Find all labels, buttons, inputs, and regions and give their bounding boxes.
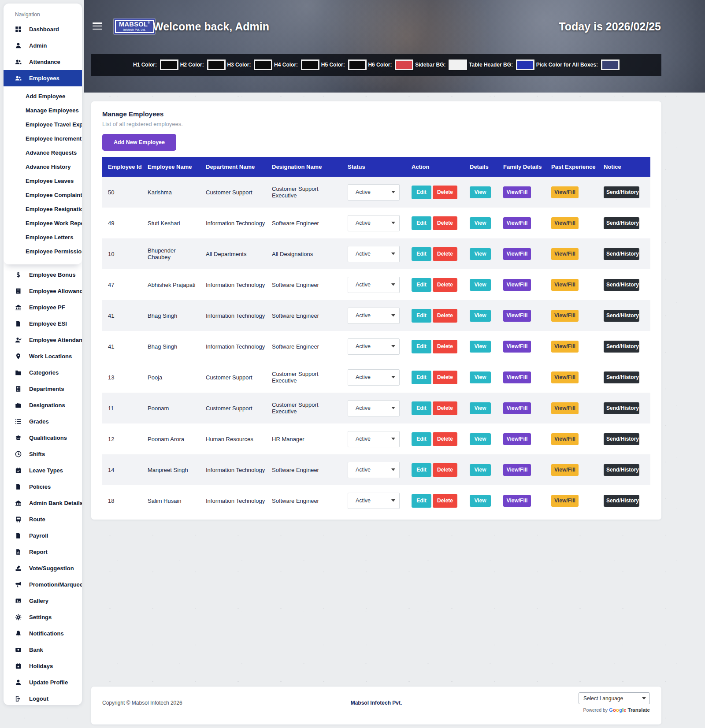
past-experience-view-fill-button[interactable]: View/Fill [551,248,579,260]
sidebar-item-settings[interactable]: Settings [4,609,82,625]
send-history-button[interactable]: Send/History [604,217,639,229]
sidebar-item-dashboard[interactable]: Dashboard [4,21,82,37]
sidebar-item-update-profile[interactable]: Update Profile [4,674,82,691]
send-history-button[interactable]: Send/History [604,495,639,507]
past-experience-view-fill-button[interactable]: View/Fill [551,371,579,383]
sidebar-item-admin-bank-details[interactable]: Admin Bank Details [4,495,82,511]
send-history-button[interactable]: Send/History [604,248,639,260]
sidebar-item-payroll[interactable]: Payroll [4,527,82,544]
color-swatch-h5-color[interactable] [348,59,367,70]
past-experience-view-fill-button[interactable]: View/Fill [551,310,579,322]
sidebar-item-employees[interactable]: Employees [4,70,82,86]
status-select[interactable]: Active [348,369,400,386]
delete-button[interactable]: Delete [433,432,457,446]
sidebar-item-route[interactable]: Route [4,511,82,527]
edit-button[interactable]: Edit [412,216,431,230]
family-view-fill-button[interactable]: View/Fill [503,248,531,260]
status-select[interactable]: Active [348,277,400,293]
sidebar-item-notifications[interactable]: Notifications [4,625,82,642]
color-swatch-sidebar-bg[interactable] [449,59,467,70]
sidebar-item-employee-attendance[interactable]: Employee Attendance [4,332,82,348]
send-history-button[interactable]: Send/History [604,341,639,353]
view-details-button[interactable]: View [470,310,491,322]
status-select[interactable]: Active [348,246,400,262]
sidebar-item-employee-pf[interactable]: Employee PF [4,299,82,316]
sidebar-item-qualifications[interactable]: Qualifications [4,430,82,446]
submenu-item-employee-increment[interactable]: Employee Increment [4,131,82,145]
sidebar-item-attendance[interactable]: Attendance [4,54,82,70]
sidebar-item-employee-bonus[interactable]: Employee Bonus [4,267,82,283]
sidebar-item-employee-allowances[interactable]: Employee Allowances [4,283,82,299]
past-experience-view-fill-button[interactable]: View/Fill [551,464,579,476]
submenu-item-employee-leaves[interactable]: Employee Leaves [4,174,82,188]
sidebar-item-categories[interactable]: Categories [4,364,82,381]
view-details-button[interactable]: View [470,433,491,445]
menu-toggle-icon[interactable] [93,22,102,30]
family-view-fill-button[interactable]: View/Fill [503,186,531,198]
family-view-fill-button[interactable]: View/Fill [503,371,531,383]
status-select[interactable]: Active [348,493,400,509]
color-swatch-h1-color[interactable] [160,59,178,70]
sidebar-item-vote-suggestion[interactable]: Vote/Suggestion [4,560,82,576]
delete-button[interactable]: Delete [433,371,457,384]
send-history-button[interactable]: Send/History [604,402,639,414]
color-swatch-h4-color[interactable] [301,59,319,70]
view-details-button[interactable]: View [470,371,491,383]
delete-button[interactable]: Delete [433,247,457,261]
submenu-item-employee-letters[interactable]: Employee Letters [4,230,82,244]
submenu-item-manage-employees[interactable]: Manage Employees [4,103,82,117]
submenu-item-employee-work-reports[interactable]: Employee Work Reports [4,216,82,230]
sidebar-item-promotion-marquee[interactable]: Promotion/Marquee [4,576,82,593]
sidebar-item-admin[interactable]: Admin [4,37,82,54]
edit-button[interactable]: Edit [412,340,431,353]
past-experience-view-fill-button[interactable]: View/Fill [551,279,579,291]
edit-button[interactable]: Edit [412,371,431,384]
family-view-fill-button[interactable]: View/Fill [503,341,531,353]
edit-button[interactable]: Edit [412,186,431,199]
view-details-button[interactable]: View [470,248,491,260]
past-experience-view-fill-button[interactable]: View/Fill [551,341,579,353]
delete-button[interactable]: Delete [433,186,457,199]
edit-button[interactable]: Edit [412,494,431,508]
submenu-item-advance-history[interactable]: Advance History [4,160,82,174]
status-select[interactable]: Active [348,431,400,447]
sidebar-item-designations[interactable]: Designations [4,397,82,413]
delete-button[interactable]: Delete [433,463,457,477]
submenu-item-advance-requests[interactable]: Advance Requests [4,145,82,160]
delete-button[interactable]: Delete [433,216,457,230]
send-history-button[interactable]: Send/History [604,186,639,198]
sidebar-item-employee-esi[interactable]: Employee ESI [4,316,82,332]
view-details-button[interactable]: View [470,279,491,291]
sidebar-item-grades[interactable]: Grades [4,413,82,430]
edit-button[interactable]: Edit [412,463,431,477]
family-view-fill-button[interactable]: View/Fill [503,433,531,445]
view-details-button[interactable]: View [470,217,491,229]
sidebar-item-leave-types[interactable]: Leave Types [4,462,82,479]
submenu-item-employee-complaints[interactable]: Employee Complaints [4,188,82,202]
view-details-button[interactable]: View [470,186,491,198]
delete-button[interactable]: Delete [433,401,457,415]
color-swatch-h3-color[interactable] [254,59,272,70]
past-experience-view-fill-button[interactable]: View/Fill [551,433,579,445]
submenu-item-add-employee[interactable]: Add Employee [4,89,82,103]
delete-button[interactable]: Delete [433,278,457,292]
family-view-fill-button[interactable]: View/Fill [503,279,531,291]
family-view-fill-button[interactable]: View/Fill [503,310,531,322]
view-details-button[interactable]: View [470,341,491,353]
family-view-fill-button[interactable]: View/Fill [503,402,531,414]
send-history-button[interactable]: Send/History [604,464,639,476]
status-select[interactable]: Active [348,462,400,478]
past-experience-view-fill-button[interactable]: View/Fill [551,217,579,229]
sidebar-item-holidays[interactable]: Holidays [4,658,82,674]
past-experience-view-fill-button[interactable]: View/Fill [551,495,579,507]
color-swatch-h6-color[interactable] [395,59,413,70]
send-history-button[interactable]: Send/History [604,279,639,291]
past-experience-view-fill-button[interactable]: View/Fill [551,186,579,198]
submenu-item-employee-travel-expanse[interactable]: Employee Travel Expanse [4,117,82,131]
sidebar-item-report[interactable]: Report [4,544,82,560]
sidebar-item-logout[interactable]: Logout [4,691,82,705]
delete-button[interactable]: Delete [433,309,457,323]
family-view-fill-button[interactable]: View/Fill [503,495,531,507]
edit-button[interactable]: Edit [412,309,431,323]
submenu-item-employee-resignations[interactable]: Employee Resignations [4,202,82,216]
